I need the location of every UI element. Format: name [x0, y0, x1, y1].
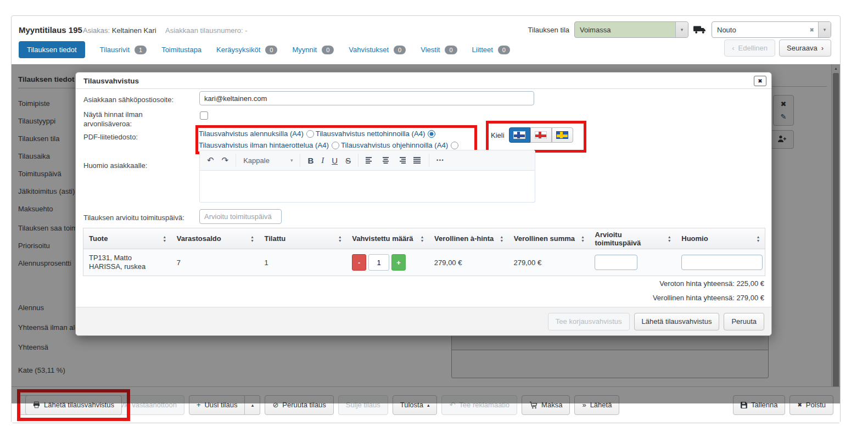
chevron-right-icon: › — [821, 44, 824, 52]
sort-icon[interactable] — [757, 235, 759, 243]
record-nav: ‹ Edellinen Seuraava › — [724, 40, 831, 57]
confirmed-qty-cell: - + — [346, 249, 429, 276]
column-header-tuote[interactable]: Tuote — [83, 228, 171, 249]
align-justify-icon[interactable] — [413, 157, 422, 164]
pdf-option-ohjehinnoilla[interactable]: Tilausvahvistus ohjehinnoilla (A4) — [341, 141, 458, 149]
tab-count-badge: 0 — [322, 46, 334, 54]
column-header-huomio[interactable]: Huomio — [676, 228, 765, 249]
sort-icon[interactable] — [421, 235, 423, 243]
order-status-label: Tilauksen tila — [528, 26, 569, 34]
show-prices-without-vat-checkbox[interactable] — [200, 111, 208, 120]
italic-button[interactable]: I — [321, 156, 324, 165]
paragraph-style-dropdown[interactable]: Kappale ▾ — [243, 156, 293, 165]
total-price-cell: 279,00 € — [508, 249, 590, 276]
column-header-tilattu[interactable]: Tilattu — [259, 228, 346, 249]
modal-title: Tilausvahvistus — [83, 77, 139, 85]
tab-count-badge: 0 — [445, 46, 457, 54]
tab-count-badge: 0 — [394, 46, 406, 54]
tab-count-badge: 0 — [265, 46, 277, 54]
align-center-icon[interactable] — [382, 157, 390, 164]
tab-vahvistukset[interactable]: Vahvistukset0 — [349, 46, 406, 54]
pdf-option-alennuksilla[interactable]: Tilausvahvistus alennuksilla (A4) — [199, 130, 314, 138]
language-flag-group — [509, 127, 573, 143]
decrease-quantity-button[interactable]: - — [352, 254, 366, 271]
quantity-input[interactable] — [368, 254, 389, 271]
sort-icon[interactable] — [668, 235, 670, 243]
tab-tilauksen-tiedot[interactable]: Tilauksen tiedot — [19, 41, 85, 58]
align-left-icon[interactable] — [366, 157, 374, 164]
estimated-delivery-input[interactable] — [199, 209, 282, 224]
editor-content-area[interactable] — [199, 171, 535, 203]
confirmation-table: Tuote Varastosaldo Tilattu Vahvistettu m… — [83, 228, 765, 276]
customer-note-label: Huomio asiakkaalle: — [83, 161, 147, 170]
tab-toimitustapa[interactable]: Toimitustapa — [161, 46, 201, 54]
modal-footer: Tee korjausvahvistus Lähetä tilausvahvis… — [76, 307, 771, 335]
bold-button[interactable]: B — [307, 156, 313, 165]
header-status-group: Tilauksen tila Voimassa ▾ Nouto ✖ ▾ — [528, 21, 831, 38]
column-header-vahvistettu-maara[interactable]: Vahvistettu määrä — [346, 228, 429, 249]
table-header-row: Tuote Varastosaldo Tilattu Vahvistettu m… — [83, 228, 765, 249]
sort-icon[interactable] — [251, 235, 253, 243]
radio-unchecked-icon[interactable] — [306, 130, 314, 138]
tab-viestit[interactable]: Viestit0 — [421, 46, 457, 54]
sort-icon[interactable] — [581, 235, 584, 243]
chevron-down-icon: ▾ — [818, 22, 831, 37]
undo-icon[interactable]: ↶ — [207, 155, 214, 165]
sort-icon[interactable] — [501, 235, 503, 243]
tab-bar: Tilauksen tiedot Tilausrivit1 Toimitusta… — [19, 41, 510, 58]
language-swedish-button[interactable] — [552, 127, 573, 143]
estimated-delivery-label: Tilauksen arvioitu toimituspäivä: — [83, 214, 184, 222]
row-delivery-date-input[interactable] — [595, 255, 637, 270]
order-status-select[interactable]: Voimassa ▾ — [574, 21, 688, 38]
shipping-method-select[interactable]: Nouto ✖ ▾ — [712, 21, 831, 38]
email-label: Asiakkaan sähköpostiosoite: — [83, 96, 173, 104]
column-header-verollinen-a-hinta[interactable]: Verollinen à-hinta — [429, 228, 508, 249]
row-note-input[interactable] — [681, 255, 763, 270]
laheta-tilausvahvistus-button[interactable]: Lähetä tilausvahvistus — [634, 313, 720, 330]
align-right-icon[interactable] — [397, 157, 406, 164]
truck-icon — [693, 25, 707, 34]
divider — [76, 88, 771, 89]
tab-liitteet[interactable]: Liitteet0 — [472, 46, 510, 54]
tab-myynnit[interactable]: Myynnit0 — [292, 46, 334, 54]
radio-unchecked-icon[interactable] — [451, 142, 458, 149]
language-finnish-button[interactable] — [509, 127, 530, 143]
previous-button[interactable]: ‹ Edellinen — [724, 40, 775, 57]
strikethrough-button[interactable]: S — [345, 156, 351, 165]
show-prices-without-vat-label: Näytä hinnat ilman arvonlisäveroa: — [83, 110, 180, 128]
column-header-verollinen-summa[interactable]: Verollinen summa — [508, 228, 590, 249]
net-total-line: Veroton hinta yhteensä: 225,00 € — [659, 279, 764, 288]
peruuta-button[interactable]: Peruuta — [724, 313, 764, 330]
clear-icon[interactable]: ✖ — [810, 27, 814, 33]
more-options-icon[interactable]: ••• — [436, 158, 444, 163]
sort-icon[interactable] — [339, 235, 341, 243]
column-header-arvioitu-toimituspaiva[interactable]: Arvioitu toimituspäivä — [590, 228, 676, 249]
next-button[interactable]: Seuraava › — [779, 40, 831, 57]
gross-total-line: Verollinen hinta yhteensä: 279,00 € — [653, 294, 764, 302]
english-flag-icon — [535, 131, 547, 139]
editor-toolbar: ↶ ↷ Kappale ▾ B I U S — [199, 150, 535, 171]
pdf-option-ilman-hintaerottelua[interactable]: Tilausvahvistus ilman hintaerottelua (A4… — [199, 141, 339, 149]
radio-unchecked-icon[interactable] — [332, 142, 339, 149]
row-note-cell — [676, 249, 765, 276]
ordered-cell: 1 — [259, 249, 346, 276]
tab-keraysyksikot[interactable]: Keräysyksiköt0 — [216, 46, 277, 54]
radio-checked-icon[interactable] — [428, 130, 435, 138]
sort-icon[interactable] — [164, 235, 166, 243]
redo-icon[interactable]: ↷ — [222, 155, 229, 165]
underline-button[interactable]: U — [332, 156, 338, 165]
customer-label: Asiakas: — [83, 26, 110, 35]
rich-text-editor: ↶ ↷ Kappale ▾ B I U S — [199, 150, 535, 203]
swedish-flag-icon — [556, 131, 568, 139]
modal-close-button[interactable]: ✖ — [754, 76, 766, 86]
customer-email-input[interactable] — [199, 91, 534, 105]
pdf-attachment-label: PDF-liitetiedosto: — [83, 133, 138, 141]
tee-korjausvahvistus-button[interactable]: Tee korjausvahvistus — [548, 313, 630, 330]
order-confirmation-modal: Tilausvahvistus ✖ Asiakkaan sähköpostios… — [75, 72, 772, 336]
column-header-varastosaldo[interactable]: Varastosaldo — [171, 228, 259, 249]
tab-tilausrivit[interactable]: Tilausrivit1 — [100, 46, 147, 54]
language-english-button[interactable] — [530, 127, 552, 143]
increase-quantity-button[interactable]: + — [391, 254, 406, 271]
pdf-option-nettohinnoilla[interactable]: Tilausvahvistus nettohinnoilla (A4) — [316, 130, 436, 138]
language-label: Kieli — [491, 131, 505, 139]
